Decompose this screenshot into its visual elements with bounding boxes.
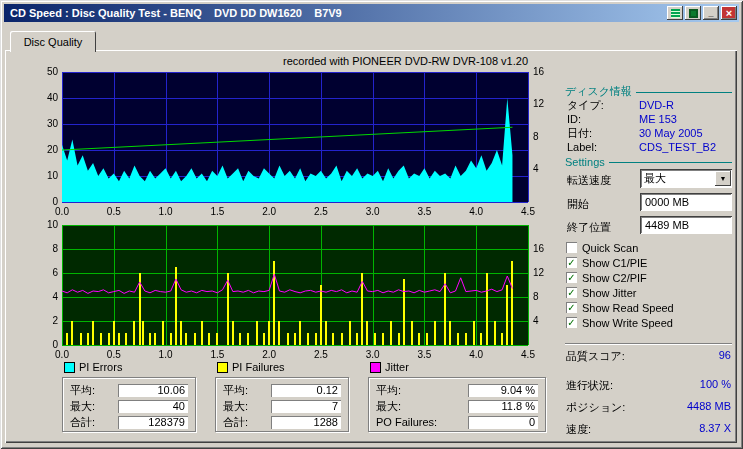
disc-info-label: タイプ:	[567, 98, 639, 113]
legend-item-jitter: Jitter	[370, 361, 409, 373]
transfer-speed-value: 最大	[640, 171, 714, 186]
transfer-speed-label: 転送速度	[567, 173, 611, 188]
stat-row: 平均:0.12	[223, 382, 341, 398]
tab-label: Disc Quality	[24, 36, 83, 48]
disc-info-row: Label:CDS_TEST_B2	[567, 140, 732, 154]
stat-label: 平均:	[223, 383, 248, 398]
speed-value: 8.37 X	[699, 422, 731, 437]
legend-label: PI Failures	[232, 361, 285, 373]
stat-value: 7	[271, 400, 341, 413]
stat-row: 平均:10.06	[70, 382, 188, 398]
position-row: ポジション: 4488 MB	[566, 400, 731, 415]
disc-info-row: ID:ME 153	[567, 112, 732, 126]
speed-label: 速度:	[566, 422, 591, 437]
checkbox-box: ✓	[566, 302, 577, 313]
stat-row: 最大:11.8 %	[376, 398, 538, 414]
start-position-label: 開始	[567, 197, 589, 212]
stat-value: 9.04 %	[468, 384, 538, 397]
disc-icon-image	[689, 9, 698, 18]
stat-label: 合計:	[223, 415, 248, 430]
progress-value: 100 %	[700, 378, 731, 393]
stat-label: 合計:	[70, 415, 95, 430]
stat-label: 平均:	[70, 383, 95, 398]
stat-row: 最大:7	[223, 398, 341, 414]
stat-row: 最大:40	[70, 398, 188, 414]
separator-line	[636, 92, 732, 93]
checkbox-box	[566, 242, 577, 253]
checkbox-list: Quick Scan✓Show C1/PIE✓Show C2/PIF✓Show …	[566, 240, 674, 330]
stat-row: PO Failures:0	[376, 414, 538, 430]
stat-row: 合計:128379	[70, 414, 188, 430]
legend-swatch	[217, 362, 228, 373]
position-label: ポジション:	[566, 400, 625, 415]
checkbox-box: ✓	[566, 272, 577, 283]
checkbox-quick-scan[interactable]: Quick Scan	[566, 240, 674, 255]
title-bar: CD Speed : Disc Quality Test - BENQ DVD …	[4, 4, 739, 22]
stat-row: 合計:1288	[223, 414, 341, 430]
checkbox-box: ✓	[566, 317, 577, 328]
legend-swatch	[64, 362, 75, 373]
end-position-label: 終了位置	[567, 220, 611, 235]
stat-value: 10.06	[118, 384, 188, 397]
disc-info-value: 30 May 2005	[639, 127, 703, 139]
settings-title: Settings	[565, 156, 605, 168]
checkbox-box: ✓	[566, 257, 577, 268]
app-window: CD Speed : Disc Quality Test - BENQ DVD …	[0, 0, 743, 449]
legend-item-pi-failures: PI Failures	[217, 361, 285, 373]
disc-info-list: タイプ:DVD-RID:ME 153日付:30 May 2005Label:CD…	[567, 98, 732, 154]
transfer-speed-select[interactable]: 最大 ▼	[640, 169, 732, 188]
stats-box-0: 平均:10.06最大:40合計:128379	[62, 377, 196, 432]
stat-row: 平均:9.04 %	[376, 382, 538, 398]
disc-icon[interactable]	[685, 6, 701, 20]
stat-label: PO Failures:	[376, 416, 437, 428]
stat-value: 128379	[118, 416, 188, 429]
legend-label: PI Errors	[79, 361, 122, 373]
checkbox-label: Show C2/PIF	[582, 272, 647, 284]
checkbox-label: Quick Scan	[582, 242, 638, 254]
legend-swatch	[370, 362, 381, 373]
start-position-input[interactable]: 0000 MB	[640, 193, 732, 211]
disc-info-label: Label:	[567, 141, 639, 153]
checkbox-show-write-speed[interactable]: ✓Show Write Speed	[566, 315, 674, 330]
checkbox-show-jitter[interactable]: ✓Show Jitter	[566, 285, 674, 300]
disc-info-value: ME 153	[639, 113, 677, 125]
end-position-input[interactable]: 4489 MB	[640, 216, 732, 234]
progress-row: 進行状況: 100 %	[566, 378, 731, 393]
stat-label: 最大:	[223, 399, 248, 414]
disc-info-value: CDS_TEST_B2	[639, 141, 716, 153]
pi-errors-chart	[30, 60, 560, 218]
stats-box-2: 平均:9.04 %最大:11.8 %PO Failures:0	[368, 377, 546, 432]
window-title: CD Speed : Disc Quality Test - BENQ DVD …	[6, 7, 667, 19]
minimize-button[interactable]: _	[703, 6, 719, 20]
disc-info-row: 日付:30 May 2005	[567, 126, 732, 140]
checkbox-show-c1-pie[interactable]: ✓Show C1/PIE	[566, 255, 674, 270]
checkbox-label: Show C1/PIE	[582, 257, 647, 269]
chart-icon-image	[671, 9, 680, 18]
stat-value: 1288	[271, 416, 341, 429]
stat-label: 平均:	[376, 383, 401, 398]
close-button[interactable]: ×	[721, 6, 737, 20]
checkbox-show-read-speed[interactable]: ✓Show Read Speed	[566, 300, 674, 315]
disc-info-label: 日付:	[567, 126, 639, 141]
chart-icon[interactable]	[667, 6, 683, 20]
tab-disc-quality[interactable]: Disc Quality	[10, 31, 96, 52]
legend-label: Jitter	[385, 361, 409, 373]
chevron-down-icon[interactable]: ▼	[715, 171, 731, 186]
checkbox-show-c2-pif[interactable]: ✓Show C2/PIF	[566, 270, 674, 285]
checkbox-label: Show Write Speed	[582, 317, 673, 329]
stat-label: 最大:	[70, 399, 95, 414]
title-bar-buttons: _ ×	[667, 6, 737, 20]
settings-section-header: Settings	[565, 156, 732, 168]
checkbox-box: ✓	[566, 287, 577, 298]
quality-score-label: 品質スコア:	[566, 349, 625, 364]
quality-score-value: 96	[719, 349, 731, 364]
quality-score-row: 品質スコア: 96	[566, 349, 731, 364]
stat-value: 0.12	[271, 384, 341, 397]
separator	[565, 343, 732, 345]
position-value: 4488 MB	[687, 400, 731, 415]
stat-value: 0	[468, 416, 538, 429]
disc-info-value: DVD-R	[639, 99, 674, 111]
pi-failures-jitter-chart	[30, 218, 560, 370]
checkbox-label: Show Jitter	[582, 287, 636, 299]
speed-row: 速度: 8.37 X	[566, 422, 731, 437]
